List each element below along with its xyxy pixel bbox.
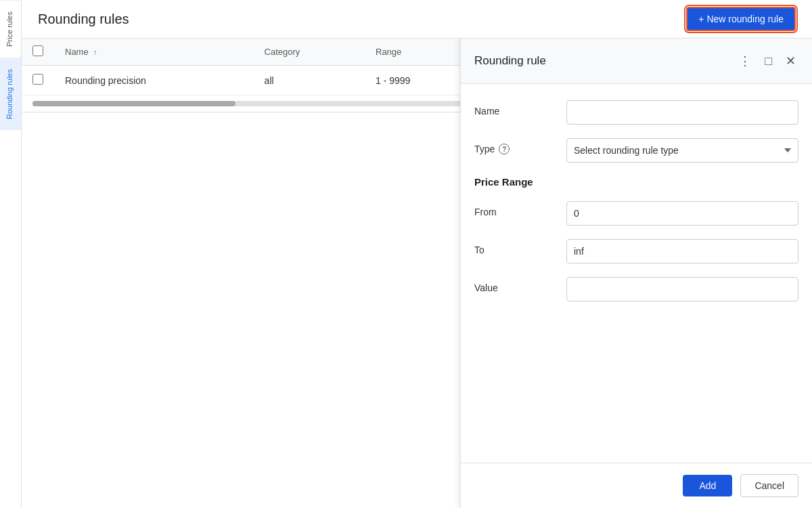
name-sort-icon: ↑ (93, 49, 97, 56)
row-checkbox-cell (22, 66, 54, 96)
header-category[interactable]: Category (254, 39, 365, 66)
to-input[interactable] (566, 239, 798, 263)
page-title: Rounding rules (38, 12, 129, 27)
cancel-button[interactable]: Cancel (740, 474, 798, 497)
header-name[interactable]: Name ↑ (54, 39, 254, 66)
panel-more-options-button[interactable]: ⋮ (736, 51, 754, 71)
add-button[interactable]: Add (683, 475, 732, 496)
form-group-to: To (474, 239, 798, 263)
sidebar-item-rounding-rules[interactable]: Rounding rules (0, 58, 21, 130)
horizontal-scrollbar-thumb[interactable] (32, 101, 235, 106)
expand-icon: □ (765, 54, 772, 68)
rounding-rule-panel: Rounding rule ⋮ □ ✕ Name (460, 39, 812, 508)
price-range-section-title: Price Range (474, 176, 798, 190)
form-group-value: Value (474, 277, 798, 301)
form-group-name: Name (474, 100, 798, 125)
value-label: Value (474, 277, 556, 293)
form-group-type: Type ? Select rounding rule type Round t… (474, 138, 798, 163)
from-label: From (474, 201, 556, 217)
panel-header: Rounding rule ⋮ □ ✕ (461, 39, 812, 84)
select-all-checkbox[interactable] (32, 45, 43, 56)
type-label: Type (474, 144, 495, 154)
form-group-from: From (474, 201, 798, 226)
row-checkbox[interactable] (32, 74, 43, 85)
name-label: Name (474, 100, 556, 117)
panel-body: Name Type ? Select rounding rule type Ro… (461, 84, 812, 463)
type-help-icon[interactable]: ? (499, 144, 510, 154)
close-icon: ✕ (786, 54, 796, 68)
row-category: all (254, 66, 365, 96)
row-range: 1 - 9999 (365, 66, 474, 96)
name-input[interactable] (566, 100, 798, 125)
panel-footer: Add Cancel (461, 463, 812, 508)
from-input[interactable] (566, 201, 798, 226)
row-name: Rounding precision (54, 66, 254, 96)
header-range[interactable]: Range (365, 39, 474, 66)
type-select[interactable]: Select rounding rule type Round to preci… (566, 138, 798, 163)
main-content: Rounding rules + New rounding rule Name … (22, 0, 812, 508)
panel-expand-button[interactable]: □ (762, 51, 775, 71)
page-header: Rounding rules + New rounding rule (22, 0, 812, 39)
more-options-icon: ⋮ (739, 54, 751, 68)
panel-close-button[interactable]: ✕ (783, 51, 798, 71)
to-label: To (474, 239, 556, 255)
new-rounding-rule-button[interactable]: + New rounding rule (686, 7, 796, 31)
header-checkbox-col (22, 39, 54, 66)
panel-header-actions: ⋮ □ ✕ (736, 51, 798, 71)
sidebar-item-price-rules[interactable]: Price rules (0, 0, 21, 58)
table-area: Name ↑ Category Range Type ⇅ Roun... val (22, 39, 812, 508)
panel-title: Rounding rule (474, 54, 546, 68)
value-input[interactable] (566, 277, 798, 301)
sidebar: Price rules Rounding rules (0, 0, 22, 508)
